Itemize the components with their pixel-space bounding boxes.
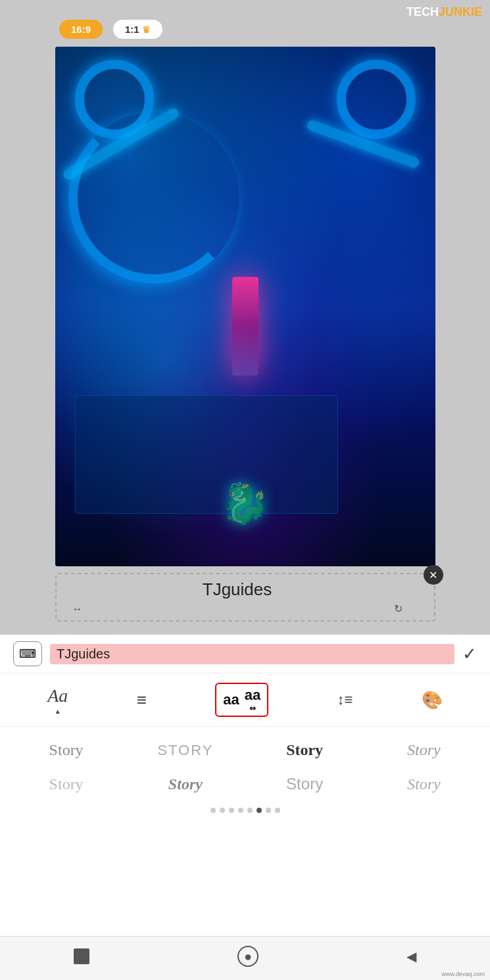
pagination-dot-6[interactable]: [266, 808, 271, 813]
nav-stop-button[interactable]: [74, 948, 89, 964]
font-aa-icon: Aa: [47, 685, 68, 706]
font-item-thin[interactable]: Story: [245, 772, 364, 796]
palette-icon: 🎨: [422, 690, 443, 710]
home-circle-icon: ●: [244, 949, 252, 964]
font-item-italic[interactable]: Story: [126, 773, 245, 796]
bottom-nav: ● ◀: [0, 936, 490, 980]
lowercase-style-button[interactable]: aa: [223, 691, 239, 708]
aspect-16-9-button[interactable]: 16:9: [59, 20, 103, 39]
close-text-overlay-button[interactable]: ✕: [424, 565, 443, 585]
main-image: 🐉: [55, 47, 435, 566]
keyboard-icon-box: ⌨: [13, 641, 42, 666]
text-selection-box[interactable]: ✕ TJguides ↔ ↻: [55, 573, 435, 622]
move-icon[interactable]: ↔: [72, 603, 83, 615]
palette-button[interactable]: 🎨: [422, 690, 443, 710]
text-overlay-label: TJguides: [203, 579, 272, 600]
text-overlay-area: ✕ TJguides ↔ ↻: [55, 573, 435, 622]
pagination-dot-3[interactable]: [238, 808, 243, 813]
keyboard-row: ⌨ TJguides ✓: [0, 635, 490, 674]
dragon-logo: 🐉: [220, 480, 270, 527]
font-selector-button[interactable]: Aa ▲: [47, 685, 68, 715]
nav-home-button[interactable]: ●: [237, 946, 258, 967]
image-section: 16:9 1:1 ♛ 🐉 ✕: [0, 0, 490, 635]
logo-tech: TECH: [406, 5, 439, 18]
tube-top-right: [337, 60, 416, 139]
align-button[interactable]: ≡: [137, 690, 147, 710]
font-arrow-icon: ▲: [55, 708, 61, 715]
circuit-board: [75, 395, 338, 514]
font-item-decorative[interactable]: Story: [364, 773, 483, 796]
font-item-normal[interactable]: Story: [7, 739, 126, 762]
pagination-dots: [0, 801, 490, 820]
text-transform-bar: ↔ ↻: [67, 602, 408, 615]
pagination-dot-4[interactable]: [247, 808, 253, 813]
font-item-script[interactable]: Story: [364, 739, 483, 762]
stretch-arrow-icon: ⇔: [249, 704, 256, 713]
pagination-dot-7[interactable]: [275, 808, 280, 813]
text-input[interactable]: TJguides: [50, 644, 454, 664]
stretch-aa-label: aa: [245, 687, 260, 704]
align-icon: ≡: [137, 690, 147, 710]
tube-curve: [68, 112, 239, 283]
font-item-light-serif[interactable]: Story: [7, 773, 126, 796]
font-item-upper[interactable]: STORY: [126, 739, 245, 762]
pink-glow: [232, 277, 258, 376]
stretch-style-button[interactable]: aa ⇔: [245, 687, 260, 713]
text-style-highlighted: aa aa ⇔: [215, 683, 268, 717]
toolbar-row: Aa ▲ ≡ aa aa ⇔ ↕≡ 🎨: [0, 674, 490, 727]
pc-visual: 🐉: [55, 47, 435, 566]
line-spacing-button[interactable]: ↕≡: [337, 691, 353, 708]
aspect-buttons: 16:9 1:1 ♛: [59, 20, 162, 39]
font-styles-section: Story STORY Story Story Story Story: [0, 727, 490, 936]
confirm-button[interactable]: ✓: [462, 644, 477, 664]
keyboard-icon: ⌨: [19, 647, 36, 661]
font-row-1: Story STORY Story Story: [0, 733, 490, 767]
logo-junkie: JUNKIE: [439, 5, 482, 18]
watermark: www.devaq.com: [441, 971, 485, 977]
site-logo: TECHJUNKIE: [406, 5, 482, 19]
crown-icon: ♛: [142, 24, 151, 35]
pagination-dot-1[interactable]: [220, 808, 225, 813]
line-spacing-icon: ↕≡: [337, 691, 353, 708]
font-row-2: Story Story Story Story: [0, 767, 490, 801]
pagination-dot-5[interactable]: [257, 808, 262, 813]
font-item-bold[interactable]: Story: [245, 739, 364, 762]
nav-back-button[interactable]: ◀: [406, 948, 416, 964]
pagination-dot-0[interactable]: [210, 808, 216, 813]
bottom-panel: ⌨ TJguides ✓ Aa ▲ ≡ aa aa ⇔ ↕≡: [0, 635, 490, 980]
aspect-1-1-button[interactable]: 1:1 ♛: [113, 20, 162, 39]
rotate-icon[interactable]: ↻: [394, 602, 403, 615]
pagination-dot-2[interactable]: [229, 808, 234, 813]
